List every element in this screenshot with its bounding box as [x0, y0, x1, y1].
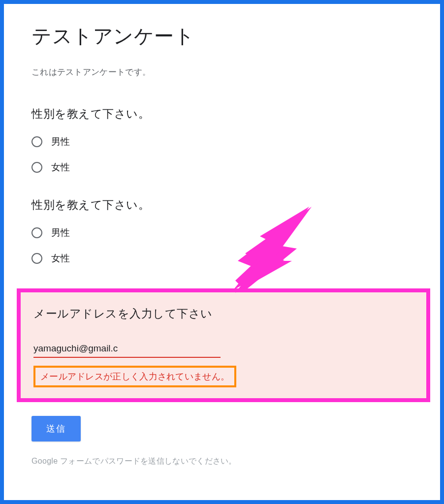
radio-icon	[32, 253, 42, 264]
radio-label: 男性	[51, 135, 70, 148]
form-frame: テストアンケート これはテストアンケートです。 性別を教えて下さい。 男性 女性…	[0, 0, 444, 504]
email-error-text: メールアドレスが正しく入力されていません。	[40, 372, 229, 381]
form-description: これはテストアンケートです。	[32, 66, 415, 78]
radio-option-male[interactable]: 男性	[32, 226, 415, 239]
question-gender-1: 性別を教えて下さい。 男性 女性	[32, 106, 415, 174]
radio-label: 女性	[51, 252, 70, 265]
radio-option-male[interactable]: 男性	[32, 135, 415, 148]
radio-icon	[32, 162, 42, 173]
radio-option-female[interactable]: 女性	[32, 252, 415, 265]
radio-label: 女性	[51, 161, 70, 174]
form-content: テストアンケート これはテストアンケートです。 性別を教えて下さい。 男性 女性…	[4, 23, 440, 467]
radio-icon	[32, 136, 42, 147]
email-question-highlight: メールアドレスを入力して下さい メールアドレスが正しく入力されていません。	[17, 288, 430, 402]
email-question-title: メールアドレスを入力して下さい	[33, 306, 413, 321]
email-input-wrapper	[33, 341, 221, 358]
footer-note: Google フォームでパスワードを送信しないでください。	[32, 456, 415, 467]
submit-button[interactable]: 送信	[32, 416, 81, 441]
question-gender-2: 性別を教えて下さい。 男性 女性	[32, 197, 415, 265]
radio-option-female[interactable]: 女性	[32, 161, 415, 174]
question-title: 性別を教えて下さい。	[32, 197, 415, 213]
email-input[interactable]	[33, 341, 221, 358]
form-title: テストアンケート	[32, 23, 415, 50]
radio-label: 男性	[51, 226, 70, 239]
submit-row: 送信	[32, 416, 415, 441]
radio-icon	[32, 227, 42, 238]
question-title: 性別を教えて下さい。	[32, 106, 415, 122]
email-error-highlight: メールアドレスが正しく入力されていません。	[33, 366, 236, 387]
